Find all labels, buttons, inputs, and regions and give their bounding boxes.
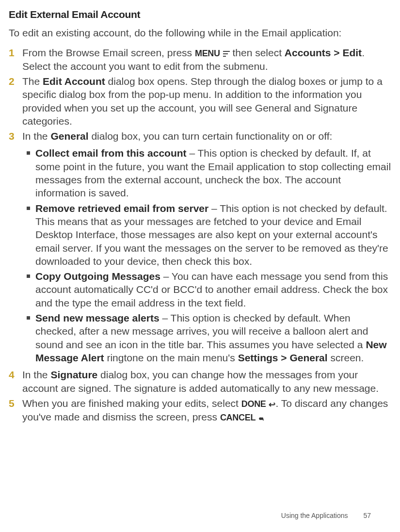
- option-collect-email: Collect email from this account – This o…: [22, 146, 391, 199]
- step5-post: .: [262, 411, 265, 422]
- step1-mid: then select: [230, 47, 285, 58]
- option-copy-outgoing: Copy Outgoing Messages – You can have ea…: [22, 270, 391, 309]
- bullet4-bold3: Settings > General: [238, 352, 328, 363]
- step2-bold: Edit Account: [43, 76, 105, 87]
- step-4: In the Signature dialog box, you can cha…: [9, 368, 391, 395]
- step-3: In the General dialog box, you can turn …: [9, 129, 391, 364]
- bullet4-bold: Send new message alerts: [35, 312, 160, 323]
- menu-icon: [223, 51, 230, 57]
- step5-pre: When you are finished making your edits,…: [22, 398, 241, 409]
- step3-post: dialog box, you can turn certain functio…: [89, 130, 333, 142]
- step1-pre: From the Browse Email screen, press: [22, 47, 195, 58]
- step-2: The Edit Account dialog box opens. Step …: [9, 75, 391, 128]
- step2-pre: The: [22, 76, 43, 87]
- footer-section: Using the Applications: [281, 512, 348, 519]
- step-5: When you are finished making your edits,…: [9, 397, 391, 423]
- done-icon: ↩: [269, 400, 275, 410]
- intro-text: To edit an existing account, do the foll…: [9, 26, 391, 39]
- page-number: 57: [363, 512, 371, 519]
- menu-label: MENU: [195, 48, 220, 58]
- done-label: DONE: [241, 399, 266, 409]
- section-heading: Edit External Email Account: [9, 9, 391, 20]
- bullet4-text2: ringtone on the main menu's: [104, 352, 238, 363]
- bullet1-bold: Collect email from this account: [35, 147, 187, 159]
- cancel-label: CANCEL: [220, 413, 256, 422]
- step1-bold: Accounts > Edit: [285, 47, 362, 58]
- options-list: Collect email from this account – This o…: [22, 146, 391, 364]
- steps-list: From the Browse Email screen, press MENU…: [9, 46, 391, 423]
- option-send-alerts: Send new message alerts – This option is…: [22, 311, 391, 364]
- bullet2-bold: Remove retrieved email from server: [35, 203, 208, 214]
- step3-pre: In the: [22, 130, 50, 142]
- bullet3-bold: Copy Outgoing Messages: [35, 271, 160, 282]
- step4-bold: Signature: [50, 369, 97, 380]
- step-1: From the Browse Email screen, press MENU…: [9, 46, 391, 73]
- option-remove-retrieved: Remove retrieved email from server – Thi…: [22, 202, 391, 268]
- bullet4-text3: screen.: [328, 352, 364, 363]
- step4-pre: In the: [22, 369, 50, 380]
- page-footer: Using the Applications 57: [281, 512, 371, 519]
- step3-bold: General: [50, 130, 88, 142]
